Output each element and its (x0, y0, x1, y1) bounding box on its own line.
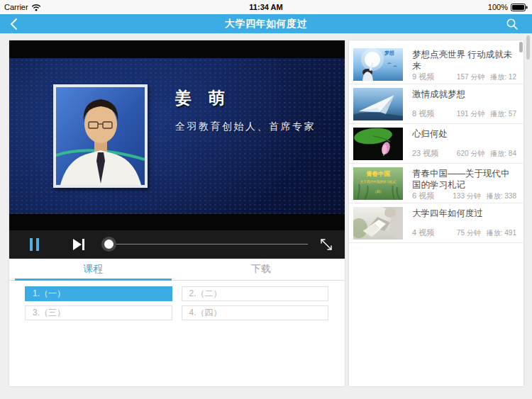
tab-bar: 课程 下载 (9, 259, 345, 281)
item-plays: 播放: 57 (490, 109, 516, 119)
player-controls (9, 230, 345, 259)
list-item-four-years-college[interactable]: 大学四年如何度过 4 视频 75 分钟 播放: 491 (349, 203, 523, 243)
item-title: 青春中国——关于现代中国的学习札记 (412, 168, 516, 191)
video-slide-background: 姜 萌 全羽教育创始人、首席专家 (9, 58, 345, 214)
list-item-dream-lights-world[interactable]: 梦想 梦想点亮世界 行动成就未来 9 视频 157 分钟 播放: 12 (349, 45, 523, 84)
item-title: 激情成就梦想 (412, 89, 516, 100)
svg-text:青春中国: 青春中国 (366, 170, 390, 177)
item-plays: 播放: 12 (490, 72, 516, 82)
nav-bar: 大学四年如何度过 (0, 14, 532, 33)
lesson-button-1[interactable]: 1.（一） (25, 286, 172, 301)
item-plays: 播放: 84 (490, 149, 516, 159)
video-thumbnail-person-reading-book (353, 207, 403, 240)
seek-handle[interactable] (101, 237, 116, 252)
list-item-passion-dream[interactable]: 激情成就梦想 8 视频 191 分钟 播放: 57 (349, 84, 523, 124)
lesson-button-4[interactable]: 4.（四） (182, 305, 329, 320)
carrier-label: Carrier (4, 3, 28, 11)
course-list: 梦想 梦想点亮世界 行动成就未来 9 视频 157 分钟 播放: 12 (349, 40, 523, 386)
speaker-role: 全羽教育创始人、首席专家 (175, 120, 316, 133)
item-video-count: 9 视频 (412, 72, 434, 82)
item-plays: 播放: 491 (487, 228, 516, 238)
item-plays: 播放: 338 (487, 191, 516, 201)
item-duration: 75 分钟 (457, 228, 481, 238)
item-title: 大学四年如何度过 (412, 208, 516, 219)
item-video-count: 8 视频 (412, 108, 434, 119)
wifi-icon (31, 4, 41, 11)
item-duration: 620 分钟 (457, 149, 484, 159)
speaker-name: 姜 萌 (175, 87, 316, 109)
item-video-count: 6 视频 (412, 191, 434, 201)
list-scrollbar[interactable] (519, 42, 523, 52)
svg-text:梦想: 梦想 (384, 50, 394, 56)
search-icon[interactable] (505, 17, 519, 31)
lesson-grid: 1.（一） 2.（二） 3.（三） 4.（四） (25, 286, 328, 320)
list-item-where-heart-belongs[interactable]: 心归何处 23 视频 620 分钟 播放: 84 (349, 124, 523, 164)
battery-icon (511, 4, 528, 11)
item-duration: 157 分钟 (457, 72, 484, 82)
item-title: 心归何处 (412, 128, 516, 140)
seek-track[interactable] (102, 244, 308, 245)
video-thumbnail-paper-plane-sky (353, 88, 403, 120)
next-track-button[interactable] (73, 239, 85, 250)
speaker-photo (53, 84, 148, 188)
video-thumbnail-child-reaching-sky: 梦想 (353, 48, 403, 81)
item-duration: 191 分钟 (457, 109, 484, 119)
item-duration: 133 分钟 (453, 191, 480, 201)
video-thumbnail-green-grass-cover: 青春中国 关于现代中国的学习札记 （四） (353, 167, 403, 200)
list-item-youth-china[interactable]: 青春中国 关于现代中国的学习札记 （四） 青春中国——关于现代中国的学习札记 6… (349, 164, 523, 203)
battery-percent: 100% (488, 3, 508, 11)
page-title: 大学四年如何度过 (0, 18, 532, 30)
svg-text:关于现代中国的学习札记: 关于现代中国的学习札记 (360, 179, 397, 184)
course-list-panel: 梦想 梦想点亮世界 行动成就未来 9 视频 157 分钟 播放: 12 (349, 40, 523, 386)
status-bar: Carrier 11:34 AM 100% (0, 0, 532, 14)
page-scrollbar[interactable] (526, 35, 530, 60)
video-thumbnail-lotus-flower (353, 128, 403, 160)
clock: 11:34 AM (0, 3, 532, 11)
tab-downloads[interactable]: 下载 (177, 259, 345, 280)
lesson-button-2[interactable]: 2.（二） (182, 286, 329, 301)
tab-courses[interactable]: 课程 (9, 259, 177, 280)
pause-button[interactable] (30, 238, 39, 251)
item-title: 梦想点亮世界 行动成就未来 (412, 49, 516, 72)
video-frame[interactable]: 姜 萌 全羽教育创始人、首席专家 (9, 40, 345, 230)
item-video-count: 23 视频 (412, 148, 438, 159)
fullscreen-icon[interactable] (318, 237, 334, 252)
lesson-button-3[interactable]: 3.（三） (25, 305, 172, 320)
speaker-portrait (56, 87, 145, 185)
item-video-count: 4 视频 (412, 227, 434, 238)
player-panel: 姜 萌 全羽教育创始人、首席专家 课程 下载 1.（一） 2.（二） 3.（三）… (9, 40, 345, 386)
back-chevron-icon[interactable] (8, 17, 22, 31)
speaker-caption: 姜 萌 全羽教育创始人、首席专家 (175, 87, 316, 133)
